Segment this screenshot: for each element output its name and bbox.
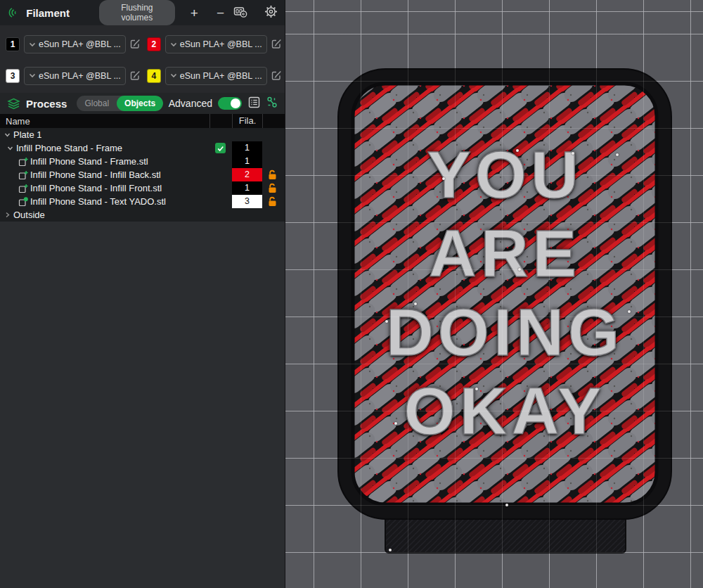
tree-row-object-frame[interactable]: Infill Phone Stand - Frame 1 — [0, 141, 285, 155]
process-scope-tabs: Global Objects — [77, 96, 163, 111]
filament-cell[interactable]: 2 — [232, 168, 262, 181]
column-visibility-header — [209, 114, 232, 128]
filament-cell[interactable]: 1 — [232, 181, 262, 195]
column-lock-header — [262, 114, 285, 128]
chevron-down-icon[interactable] — [4, 132, 11, 138]
seam-dot — [628, 310, 631, 313]
filament-color-swatch-4[interactable]: 4 — [147, 69, 161, 83]
edit-filament-button-2[interactable] — [271, 37, 283, 51]
filament-slot-3: 3 eSun PLA+ @BBL ... — [6, 67, 141, 85]
tree-row-part-frame-stl[interactable]: Infill Phone Stand - Frame.stl 1 — [0, 155, 285, 168]
tab-global[interactable]: Global — [77, 96, 117, 111]
viewport-3d[interactable]: YOU ARE DOING OKAY — [285, 0, 703, 588]
remove-filament-button[interactable]: − — [214, 5, 227, 21]
toggle-knob — [231, 98, 240, 108]
filament-spool-icon — [7, 6, 20, 20]
add-filament-button[interactable]: + — [188, 5, 201, 21]
filament-cell[interactable]: 1 — [232, 155, 262, 168]
model-text-line: ARE — [338, 215, 671, 293]
tree-row-part-text-yado-stl[interactable]: Infill Phone Stand - Text YADO.stl 3 — [0, 195, 285, 208]
filament-slot-grid: 1 eSun PLA+ @BBL ... 2 eSun PLA+ @BB — [0, 25, 285, 93]
lock-icon[interactable] — [268, 183, 277, 196]
edit-filament-button-3[interactable] — [129, 69, 141, 83]
tree-row-label: Infill Phone Stand - Frame — [16, 143, 122, 153]
filament-slot-1: 1 eSun PLA+ @BBL ... — [6, 35, 141, 53]
tree-row-plate-1[interactable]: Plate 1 — [0, 128, 285, 141]
chevron-down-icon — [29, 73, 36, 78]
filament-color-swatch-3[interactable]: 3 — [6, 69, 20, 83]
filament-color-swatch-2[interactable]: 2 — [147, 37, 161, 51]
ams-sync-icon — [233, 6, 248, 18]
process-header-bar: Process Global Objects Advanced — [0, 93, 285, 114]
filament-color-swatch-1[interactable]: 1 — [6, 37, 20, 51]
tree-row-label: Outside — [13, 210, 45, 220]
model-text-line: DOING — [338, 293, 671, 372]
tree-row-part-infill-front-stl[interactable]: Infill Phone Stand - Infill Front.stl 1 — [0, 181, 285, 195]
process-layers-icon — [7, 98, 20, 110]
parameter-list-button[interactable] — [248, 96, 260, 110]
advanced-toggle[interactable] — [218, 97, 242, 110]
filament-select-2[interactable]: eSun PLA+ @BBL ... — [165, 35, 267, 53]
filament-select-3[interactable]: eSun PLA+ @BBL ... — [24, 67, 126, 85]
object-tree: Plate 1 Infill Phone Stand - Frame 1 — [0, 128, 285, 222]
lock-icon[interactable] — [268, 196, 277, 209]
part-plus-icon — [18, 157, 28, 167]
tree-row-label: Infill Phone Stand - Infill Back.stl — [30, 170, 161, 180]
chevron-down-icon[interactable] — [7, 145, 13, 151]
seam-dot — [414, 302, 417, 305]
seam-dot — [389, 549, 392, 551]
filament-cell[interactable]: 1 — [232, 141, 262, 155]
tree-row-label: Plate 1 — [13, 129, 41, 140]
tree-row-label: Infill Phone Stand - Frame.stl — [30, 156, 148, 167]
part-plus-icon — [18, 170, 28, 180]
filament-slot-2: 2 eSun PLA+ @BBL ... — [147, 35, 283, 53]
tree-row-part-infill-back-stl[interactable]: Infill Phone Stand - Infill Back.stl 2 — [0, 168, 285, 181]
chevron-down-icon — [170, 42, 177, 47]
flushing-volumes-button[interactable]: Flushing volumes — [99, 0, 175, 25]
visibility-checkbox[interactable] — [215, 143, 226, 153]
edit-icon — [129, 69, 141, 81]
panel-title: Filament — [26, 7, 70, 19]
chevron-down-icon — [170, 73, 177, 78]
tree-row-label: Infill Phone Stand - Infill Front.stl — [30, 183, 162, 193]
tree-row-outside[interactable]: Outside — [0, 208, 285, 222]
left-sidebar: Filament Flushing volumes + − — [0, 0, 285, 588]
seam-dot — [518, 268, 521, 271]
seam-dot — [442, 177, 445, 180]
edit-icon — [271, 69, 283, 81]
seam-dot — [616, 153, 619, 156]
slicer-app: Filament Flushing volumes + − — [0, 0, 703, 588]
edit-filament-button-1[interactable] — [129, 37, 141, 51]
tab-objects[interactable]: Objects — [117, 96, 163, 111]
filament-select-4[interactable]: eSun PLA+ @BBL ... — [165, 67, 267, 85]
check-icon — [217, 145, 224, 152]
part-plus-icon — [18, 184, 28, 193]
column-name-header: Name — [0, 116, 209, 127]
seam-dot — [505, 504, 508, 506]
model-text: YOU ARE DOING OKAY — [338, 136, 671, 451]
filament-select-1[interactable]: eSun PLA+ @BBL ... — [24, 35, 126, 53]
assembly-nodes-icon — [266, 96, 278, 108]
advanced-label: Advanced — [169, 98, 212, 109]
model-text-line: YOU — [338, 136, 671, 215]
column-fila-header: Fila. — [232, 114, 262, 128]
process-title: Process — [26, 98, 67, 110]
lock-icon[interactable] — [268, 170, 277, 182]
seam-dot — [572, 152, 574, 155]
edit-filament-button-4[interactable] — [271, 69, 283, 83]
part-dot-icon — [18, 197, 28, 207]
filament-settings-button[interactable] — [264, 5, 278, 20]
model-text-line: OKAY — [338, 372, 671, 451]
object-table-header: Name Fila. — [0, 114, 285, 128]
edit-icon — [129, 37, 141, 49]
object-assembly-button[interactable] — [266, 96, 278, 110]
gear-icon — [264, 5, 278, 18]
filament-cell[interactable]: 3 — [232, 195, 262, 208]
chevron-down-icon — [29, 42, 36, 47]
filament-slot-4: 4 eSun PLA+ @BBL ... — [147, 67, 283, 85]
ams-sync-button[interactable] — [233, 6, 248, 20]
chevron-right-icon[interactable] — [4, 212, 11, 218]
seam-dot — [475, 388, 478, 390]
edit-icon — [271, 37, 283, 49]
seam-dot — [385, 320, 388, 323]
